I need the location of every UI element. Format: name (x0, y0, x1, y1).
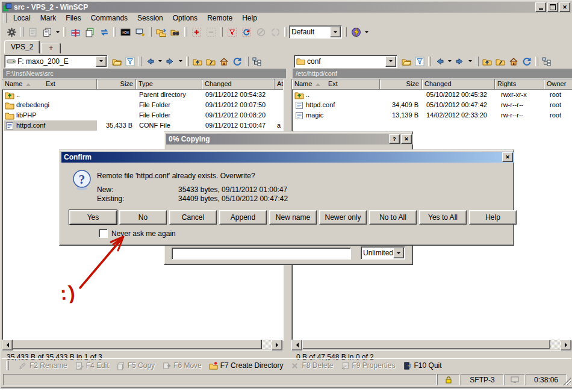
column-header-size[interactable]: Size (97, 79, 136, 90)
directory-combo[interactable]: conf (294, 55, 397, 68)
chevron-down-icon[interactable] (96, 56, 107, 67)
yes-button[interactable]: Yes (69, 210, 117, 225)
file-row-httpd-conf[interactable]: httpd.conf35,433 BCONF File09/11/2012 01… (2, 120, 283, 131)
close-icon[interactable]: ✕ (502, 152, 513, 162)
refresh-icon[interactable] (231, 55, 244, 68)
file-row-httpd-conf[interactable]: httpd.conf34,409 B05/10/2012 00:47:42rw-… (292, 100, 572, 110)
column-header-attr[interactable]: Attr (275, 79, 284, 90)
parent-directory-icon[interactable] (480, 55, 494, 68)
home-directory-icon[interactable] (507, 55, 520, 68)
synchronize-icon[interactable] (97, 25, 111, 39)
menu-mark[interactable]: Mark (36, 13, 61, 23)
menu-help[interactable]: Help (237, 13, 262, 23)
no-button[interactable]: No (119, 210, 167, 225)
chevron-down-icon[interactable] (446, 55, 453, 68)
filter-funnel-icon[interactable] (413, 55, 426, 68)
tree-view-icon[interactable] (250, 55, 264, 68)
file-row-libPHP[interactable]: libPHPFile Folder09/11/2012 00:08:20 (2, 110, 283, 120)
root-directory-icon[interactable] (494, 55, 507, 68)
local-hscrollbar[interactable] (2, 340, 282, 349)
help-button[interactable]: Help (469, 210, 517, 225)
speed-limit-combo[interactable]: Unlimited (361, 246, 405, 260)
column-header-type[interactable]: Type (136, 79, 202, 90)
append-button[interactable]: Append (219, 210, 267, 225)
help-button[interactable]: ? (389, 134, 400, 144)
scroll-right-icon[interactable] (561, 340, 571, 350)
chevron-down-icon[interactable] (54, 25, 61, 39)
copying-dialog-titlebar[interactable]: 0% Copying ? ✕ (166, 134, 413, 145)
checkbox-box[interactable] (99, 229, 108, 238)
window-titlebar[interactable]: src - VPS_2 - WinSCP ✕ (2, 2, 571, 13)
file-row--[interactable]: ..05/10/2012 00:45:32rwxr-xr-xroot (292, 90, 572, 100)
chevron-down-icon[interactable] (393, 247, 404, 258)
home-directory-icon[interactable] (217, 55, 231, 68)
remote-path-bar[interactable]: /etc/httpd/conf (293, 69, 572, 78)
chevron-down-icon[interactable] (363, 25, 370, 39)
parent-directory-icon[interactable] (191, 55, 204, 68)
f10-quit-button[interactable]: F10 Quit (403, 361, 442, 370)
f7-create-directory-button[interactable]: F7 Create Directory (209, 361, 284, 370)
cancel-button[interactable]: Cancel (169, 210, 217, 225)
refresh-panel-icon[interactable] (239, 25, 253, 39)
select-icon[interactable] (189, 25, 204, 39)
scroll-right-icon[interactable] (272, 340, 282, 350)
directory-combo[interactable]: F: maxo_200_E (4, 55, 108, 68)
duplicate-files-icon[interactable] (82, 25, 97, 39)
file-row-drebedengi[interactable]: drebedengiFile Folder09/11/2012 00:07:50 (2, 100, 283, 110)
new-name-button[interactable]: New name (269, 210, 317, 225)
menu-grip[interactable] (4, 13, 7, 23)
column-header-changed[interactable]: Changed (422, 79, 495, 90)
file-row-magic[interactable]: magic13,139 B14/02/2012 02:33:20rw-r--r-… (292, 110, 572, 120)
column-header-size[interactable]: Size (380, 79, 422, 90)
refresh-icon[interactable] (520, 55, 533, 68)
no-to-all-button[interactable]: No to All (369, 210, 417, 225)
chevron-down-icon[interactable] (177, 55, 184, 68)
menu-files[interactable]: Files (61, 13, 85, 23)
bookmark-icon[interactable] (68, 25, 82, 39)
open-folder-icon[interactable] (400, 55, 413, 68)
chevron-down-icon[interactable] (157, 55, 164, 68)
console-icon[interactable]: HOH (118, 25, 132, 39)
clone-session-icon[interactable] (40, 25, 54, 39)
file-row--[interactable]: ..Parent directory09/11/2012 00:54:32 (2, 90, 283, 100)
filter-funnel-icon[interactable] (123, 55, 137, 68)
synchronize-browsing-icon[interactable] (154, 25, 168, 39)
forward-icon[interactable] (164, 55, 177, 68)
menu-options[interactable]: Options (168, 13, 202, 23)
close-button[interactable]: ✕ (559, 2, 570, 12)
transfer-settings-icon[interactable] (349, 25, 363, 39)
chevron-down-icon[interactable] (385, 56, 396, 67)
column-header-rights[interactable]: Rights (495, 79, 544, 90)
filter-icon[interactable] (225, 25, 239, 39)
local-path-bar[interactable]: F:\Inst\News\src (3, 69, 286, 78)
column-header-name[interactable]: NameExt (292, 79, 380, 90)
preferences-gear-icon[interactable] (4, 25, 19, 39)
column-header-owner[interactable]: Owner (544, 79, 572, 90)
menu-remote[interactable]: Remote (202, 13, 237, 23)
remote-hscrollbar[interactable] (291, 340, 571, 349)
scroll-left-icon[interactable] (2, 340, 13, 350)
back-icon[interactable] (143, 55, 157, 68)
scroll-left-icon[interactable] (291, 340, 302, 350)
confirm-dialog-titlebar[interactable]: Confirm ✕ (61, 152, 514, 163)
find-files-icon[interactable] (168, 25, 182, 39)
chevron-down-icon[interactable] (467, 55, 474, 68)
root-directory-icon[interactable] (204, 55, 217, 68)
menu-local[interactable]: Local (8, 13, 36, 23)
menu-commands[interactable]: Commands (86, 13, 132, 23)
minimize-button[interactable] (535, 2, 546, 12)
chevron-down-icon[interactable] (330, 26, 341, 37)
column-header-name[interactable]: NameExt (2, 79, 97, 90)
maximize-button[interactable] (547, 2, 558, 12)
newer-only-button[interactable]: Newer only (319, 210, 367, 225)
never-ask-checkbox[interactable]: Never ask me again (99, 229, 176, 238)
tab-session-vps2[interactable]: VPS_2 (4, 40, 40, 54)
tree-view-icon[interactable] (540, 55, 553, 68)
menu-session[interactable]: Session (132, 13, 168, 23)
transfer-preset-combo[interactable]: Default (289, 25, 342, 39)
forward-icon[interactable] (453, 55, 467, 68)
open-directory-icon[interactable] (132, 25, 147, 39)
close-icon[interactable]: ✕ (401, 134, 412, 144)
yes-to-all-button[interactable]: Yes to All (419, 210, 467, 225)
open-folder-icon[interactable] (110, 55, 123, 68)
